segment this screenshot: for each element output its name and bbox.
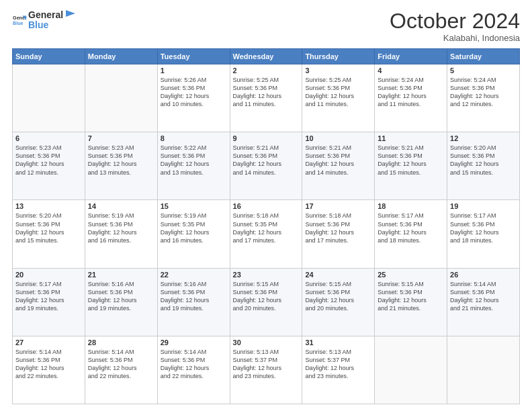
day-number: 30 xyxy=(233,338,300,347)
day-info: Sunrise: 5:24 AM Sunset: 5:36 PM Dayligh… xyxy=(450,76,517,109)
day-info: Sunrise: 5:23 AM Sunset: 5:36 PM Dayligh… xyxy=(15,144,82,177)
day-number: 4 xyxy=(378,66,444,75)
calendar-cell-w2-d5: 10Sunrise: 5:21 AM Sunset: 5:36 PM Dayli… xyxy=(302,132,375,200)
calendar-week-3: 13Sunrise: 5:20 AM Sunset: 5:36 PM Dayli… xyxy=(13,200,520,268)
calendar-cell-w4-d6: 25Sunrise: 5:15 AM Sunset: 5:36 PM Dayli… xyxy=(375,268,447,336)
calendar-cell-w1-d4: 2Sunrise: 5:25 AM Sunset: 5:36 PM Daylig… xyxy=(230,64,302,132)
calendar-cell-w3-d7: 19Sunrise: 5:17 AM Sunset: 5:36 PM Dayli… xyxy=(447,200,520,268)
day-info: Sunrise: 5:17 AM Sunset: 5:36 PM Dayligh… xyxy=(15,280,82,313)
day-info: Sunrise: 5:19 AM Sunset: 5:36 PM Dayligh… xyxy=(88,212,154,244)
col-saturday: Saturday xyxy=(447,49,520,64)
day-number: 2 xyxy=(233,66,300,75)
day-number: 25 xyxy=(378,271,444,279)
day-info: Sunrise: 5:21 AM Sunset: 5:36 PM Dayligh… xyxy=(233,144,300,177)
header: General Blue General Blue October 2024 K… xyxy=(12,10,520,43)
col-tuesday: Tuesday xyxy=(157,49,230,64)
day-info: Sunrise: 5:18 AM Sunset: 5:36 PM Dayligh… xyxy=(305,212,371,244)
calendar-cell-w5-d3: 29Sunrise: 5:14 AM Sunset: 5:36 PM Dayli… xyxy=(157,336,230,404)
day-info: Sunrise: 5:20 AM Sunset: 5:36 PM Dayligh… xyxy=(450,144,517,177)
day-info: Sunrise: 5:15 AM Sunset: 5:36 PM Dayligh… xyxy=(305,280,371,313)
calendar-cell-w1-d5: 3Sunrise: 5:25 AM Sunset: 5:36 PM Daylig… xyxy=(302,64,375,132)
day-info: Sunrise: 5:14 AM Sunset: 5:36 PM Dayligh… xyxy=(161,348,227,381)
calendar-cell-w5-d2: 28Sunrise: 5:14 AM Sunset: 5:36 PM Dayli… xyxy=(85,336,157,404)
day-info: Sunrise: 5:21 AM Sunset: 5:36 PM Dayligh… xyxy=(305,144,371,177)
calendar-week-4: 20Sunrise: 5:17 AM Sunset: 5:36 PM Dayli… xyxy=(13,268,520,336)
col-sunday: Sunday xyxy=(13,49,85,64)
day-number: 5 xyxy=(450,66,517,75)
day-info: Sunrise: 5:23 AM Sunset: 5:36 PM Dayligh… xyxy=(88,144,154,177)
calendar-cell-w2-d4: 9Sunrise: 5:21 AM Sunset: 5:36 PM Daylig… xyxy=(230,132,302,200)
day-number: 12 xyxy=(450,134,517,142)
day-number: 20 xyxy=(15,271,82,279)
calendar-cell-w5-d1: 27Sunrise: 5:14 AM Sunset: 5:36 PM Dayli… xyxy=(13,336,85,404)
logo: General Blue General Blue xyxy=(12,10,78,31)
calendar-table: Sunday Monday Tuesday Wednesday Thursday… xyxy=(12,48,520,404)
day-info: Sunrise: 5:14 AM Sunset: 5:36 PM Dayligh… xyxy=(88,348,154,381)
day-info: Sunrise: 5:17 AM Sunset: 5:36 PM Dayligh… xyxy=(450,212,517,244)
day-info: Sunrise: 5:19 AM Sunset: 5:35 PM Dayligh… xyxy=(161,212,227,244)
day-number: 21 xyxy=(88,271,154,279)
col-wednesday: Wednesday xyxy=(230,49,302,64)
day-number: 16 xyxy=(233,202,300,210)
day-info: Sunrise: 5:16 AM Sunset: 5:36 PM Dayligh… xyxy=(161,280,227,313)
day-info: Sunrise: 5:14 AM Sunset: 5:36 PM Dayligh… xyxy=(450,280,517,313)
day-number: 11 xyxy=(378,134,444,142)
day-info: Sunrise: 5:22 AM Sunset: 5:36 PM Dayligh… xyxy=(161,144,227,177)
calendar-cell-w3-d3: 15Sunrise: 5:19 AM Sunset: 5:35 PM Dayli… xyxy=(157,200,230,268)
day-number: 18 xyxy=(378,202,444,210)
calendar-cell-w2-d3: 8Sunrise: 5:22 AM Sunset: 5:36 PM Daylig… xyxy=(157,132,230,200)
calendar-cell-w4-d7: 26Sunrise: 5:14 AM Sunset: 5:36 PM Dayli… xyxy=(447,268,520,336)
calendar-cell-w3-d2: 14Sunrise: 5:19 AM Sunset: 5:36 PM Dayli… xyxy=(85,200,157,268)
day-info: Sunrise: 5:18 AM Sunset: 5:35 PM Dayligh… xyxy=(233,212,300,244)
day-info: Sunrise: 5:15 AM Sunset: 5:36 PM Dayligh… xyxy=(378,280,444,313)
logo-blue: Blue xyxy=(28,20,63,30)
day-info: Sunrise: 5:20 AM Sunset: 5:36 PM Dayligh… xyxy=(15,212,82,244)
calendar-cell-w2-d6: 11Sunrise: 5:21 AM Sunset: 5:36 PM Dayli… xyxy=(375,132,447,200)
day-info: Sunrise: 5:16 AM Sunset: 5:36 PM Dayligh… xyxy=(88,280,154,313)
day-info: Sunrise: 5:26 AM Sunset: 5:36 PM Dayligh… xyxy=(161,76,227,109)
day-info: Sunrise: 5:24 AM Sunset: 5:36 PM Dayligh… xyxy=(378,76,444,109)
day-number: 3 xyxy=(305,66,371,75)
calendar-week-1: 1Sunrise: 5:26 AM Sunset: 5:36 PM Daylig… xyxy=(13,64,520,132)
day-number: 17 xyxy=(305,202,371,210)
day-info: Sunrise: 5:13 AM Sunset: 5:37 PM Dayligh… xyxy=(305,348,371,381)
day-number: 22 xyxy=(161,271,227,279)
col-thursday: Thursday xyxy=(302,49,375,64)
day-number: 7 xyxy=(88,134,154,142)
calendar-cell-w2-d1: 6Sunrise: 5:23 AM Sunset: 5:36 PM Daylig… xyxy=(13,132,85,200)
calendar-cell-w4-d5: 24Sunrise: 5:15 AM Sunset: 5:36 PM Dayli… xyxy=(302,268,375,336)
location: Kalabahi, Indonesia xyxy=(390,33,520,43)
day-info: Sunrise: 5:25 AM Sunset: 5:36 PM Dayligh… xyxy=(233,76,300,109)
logo-general: General xyxy=(28,10,63,20)
calendar-cell-w4-d2: 21Sunrise: 5:16 AM Sunset: 5:36 PM Dayli… xyxy=(85,268,157,336)
col-monday: Monday xyxy=(85,49,157,64)
calendar-cell-w3-d6: 18Sunrise: 5:17 AM Sunset: 5:36 PM Dayli… xyxy=(375,200,447,268)
day-number: 29 xyxy=(161,338,227,347)
day-number: 14 xyxy=(88,202,154,210)
day-number: 8 xyxy=(161,134,227,142)
day-number: 24 xyxy=(305,271,371,279)
calendar-cell-w5-d6 xyxy=(375,336,447,404)
calendar-header-row: Sunday Monday Tuesday Wednesday Thursday… xyxy=(13,49,520,64)
day-info: Sunrise: 5:15 AM Sunset: 5:36 PM Dayligh… xyxy=(233,280,300,313)
calendar-cell-w3-d4: 16Sunrise: 5:18 AM Sunset: 5:35 PM Dayli… xyxy=(230,200,302,268)
logo-flag-icon xyxy=(66,10,78,25)
day-info: Sunrise: 5:21 AM Sunset: 5:36 PM Dayligh… xyxy=(378,144,444,177)
day-info: Sunrise: 5:14 AM Sunset: 5:36 PM Dayligh… xyxy=(15,348,82,381)
day-number: 10 xyxy=(305,134,371,142)
calendar-cell-w5-d4: 30Sunrise: 5:13 AM Sunset: 5:37 PM Dayli… xyxy=(230,336,302,404)
calendar-cell-w5-d7 xyxy=(447,336,520,404)
month-title: October 2024 xyxy=(390,10,520,32)
day-number: 13 xyxy=(15,202,82,210)
page: General Blue General Blue October 2024 K… xyxy=(0,0,532,411)
day-number: 9 xyxy=(233,134,300,142)
day-info: Sunrise: 5:25 AM Sunset: 5:36 PM Dayligh… xyxy=(305,76,371,109)
logo-icon: General Blue xyxy=(12,13,27,28)
day-number: 19 xyxy=(450,202,517,210)
day-number: 15 xyxy=(161,202,227,210)
calendar-cell-w4-d3: 22Sunrise: 5:16 AM Sunset: 5:36 PM Dayli… xyxy=(157,268,230,336)
col-friday: Friday xyxy=(375,49,447,64)
calendar-cell-w5-d5: 31Sunrise: 5:13 AM Sunset: 5:37 PM Dayli… xyxy=(302,336,375,404)
svg-marker-3 xyxy=(66,10,75,17)
calendar-cell-w3-d1: 13Sunrise: 5:20 AM Sunset: 5:36 PM Dayli… xyxy=(13,200,85,268)
